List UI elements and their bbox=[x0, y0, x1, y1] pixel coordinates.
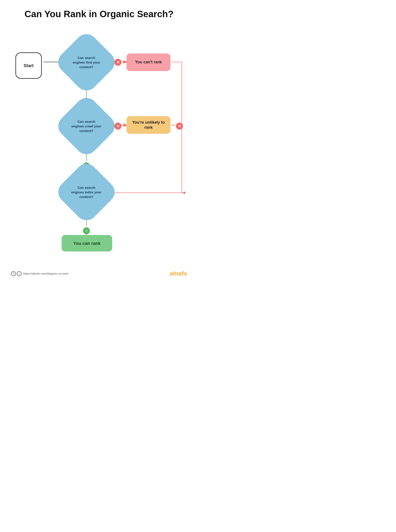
page-wrapper: Can You Rank in Organic Search? bbox=[0, 0, 198, 290]
diamond-index-text: Can search engines index your content? bbox=[69, 183, 104, 201]
page-title: Can You Rank in Organic Search? bbox=[9, 9, 189, 19]
info-icon: i bbox=[17, 271, 22, 276]
x-circle-find: ✕ bbox=[114, 59, 122, 66]
unlikely-rank-box: You're unlikely to rank bbox=[127, 116, 170, 134]
cc-icon: © bbox=[11, 271, 16, 276]
diamond-index: Can search engines index your content? bbox=[54, 159, 119, 225]
flowchart: Start Can search engines find your conte… bbox=[9, 33, 189, 263]
footer-url: https://ahrefs.com/blog/seo-vs-sem/ bbox=[23, 272, 69, 275]
footer: © i https://ahrefs.com/blog/seo-vs-sem/ … bbox=[9, 270, 189, 277]
x-circle-crawl: ✕ bbox=[114, 123, 122, 130]
footer-icons: © i bbox=[11, 271, 22, 276]
diamond-find-text: Can search engines find your content? bbox=[69, 53, 104, 71]
diamond-find: Can search engines find your content? bbox=[54, 30, 119, 95]
footer-left: © i https://ahrefs.com/blog/seo-vs-sem/ bbox=[11, 271, 69, 276]
check-circle-3: ✓ bbox=[83, 227, 90, 234]
x-circle-right-rail: ✕ bbox=[176, 123, 183, 130]
diamond-crawl: Can search engines crawl your content? bbox=[54, 94, 119, 159]
start-node: Start bbox=[15, 52, 42, 79]
ahrefs-logo: ahrefs bbox=[170, 270, 187, 277]
cant-rank-box: You can't rank bbox=[127, 53, 170, 71]
diamond-crawl-text: Can search engines crawl your content? bbox=[69, 117, 104, 135]
can-rank-box: You can rank bbox=[62, 235, 112, 251]
